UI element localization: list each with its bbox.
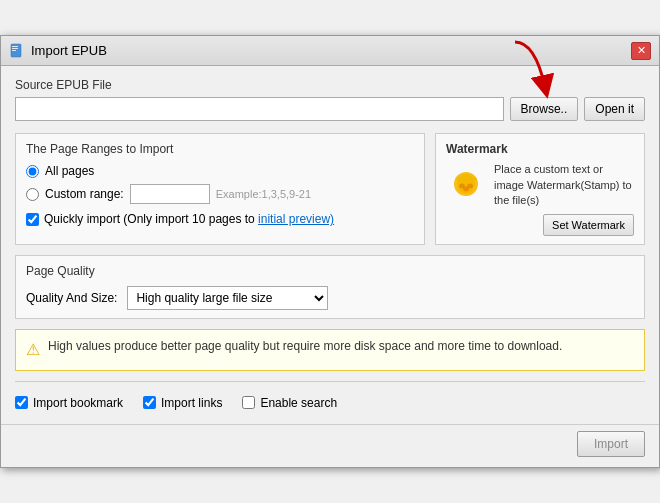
enable-search-row: Enable search bbox=[242, 396, 337, 410]
titlebar-left: Import EPUB bbox=[9, 43, 107, 59]
svg-rect-1 bbox=[12, 46, 18, 47]
page-ranges-box: The Page Ranges to Import All pages Cust… bbox=[15, 133, 425, 245]
dialog-footer: Import bbox=[1, 424, 659, 467]
import-bookmark-label[interactable]: Import bookmark bbox=[33, 396, 123, 410]
svg-point-13 bbox=[472, 177, 477, 181]
all-pages-row: All pages bbox=[26, 164, 414, 178]
quick-import-label: Quickly import (Only import 10 pages to … bbox=[44, 212, 334, 226]
svg-point-9 bbox=[463, 187, 469, 192]
quick-import-link[interactable]: initial preview) bbox=[258, 212, 334, 226]
quality-label: Quality And Size: bbox=[26, 291, 117, 305]
import-links-label[interactable]: Import links bbox=[161, 396, 222, 410]
page-ranges-title: The Page Ranges to Import bbox=[26, 142, 414, 156]
svg-rect-2 bbox=[12, 48, 18, 49]
watermark-inner: Place a custom text or image Watermark(S… bbox=[446, 162, 634, 208]
source-label: Source EPUB File bbox=[15, 78, 645, 92]
warning-icon: ⚠ bbox=[26, 339, 40, 361]
watermark-box: Watermark bbox=[435, 133, 645, 245]
svg-point-10 bbox=[457, 177, 462, 181]
import-button[interactable]: Import bbox=[577, 431, 645, 457]
import-links-row: Import links bbox=[143, 396, 222, 410]
quick-import-checkbox[interactable] bbox=[26, 213, 39, 226]
titlebar: Import EPUB ✕ bbox=[1, 36, 659, 66]
page-quality-box: Page Quality Quality And Size: High qual… bbox=[15, 255, 645, 319]
quality-select[interactable]: High quality large file size Medium qual… bbox=[127, 286, 328, 310]
enable-search-checkbox[interactable] bbox=[242, 396, 255, 409]
warning-box: ⚠ High values produce better page qualit… bbox=[15, 329, 645, 370]
import-bookmark-row: Import bookmark bbox=[15, 396, 123, 410]
custom-range-radio[interactable] bbox=[26, 188, 39, 201]
svg-point-12 bbox=[467, 175, 472, 179]
two-col-section: The Page Ranges to Import All pages Cust… bbox=[15, 133, 645, 245]
watermark-icon bbox=[446, 162, 486, 202]
custom-range-label[interactable]: Custom range: bbox=[45, 187, 124, 201]
svg-rect-3 bbox=[12, 50, 16, 51]
dialog-content: Source EPUB File Browse.. Open it The Pa… bbox=[1, 66, 659, 424]
quality-row: Quality And Size: High quality large fil… bbox=[26, 286, 634, 310]
svg-point-11 bbox=[462, 175, 467, 179]
import-bookmark-checkbox[interactable] bbox=[15, 396, 28, 409]
page-quality-title: Page Quality bbox=[26, 264, 634, 278]
import-links-checkbox[interactable] bbox=[143, 396, 156, 409]
custom-range-input[interactable] bbox=[130, 184, 210, 204]
bottom-row: Import bookmark Import links Enable sear… bbox=[15, 390, 645, 414]
watermark-desc: Place a custom text or image Watermark(S… bbox=[494, 162, 634, 208]
source-input[interactable] bbox=[15, 97, 504, 121]
warning-text: High values produce better page quality … bbox=[48, 338, 562, 355]
example-text: Example:1,3,5,9-21 bbox=[216, 188, 311, 200]
import-epub-dialog: Import EPUB ✕ Source EPUB File Browse.. … bbox=[0, 35, 660, 468]
custom-range-row: Custom range: Example:1,3,5,9-21 bbox=[26, 184, 414, 204]
close-button[interactable]: ✕ bbox=[631, 42, 651, 60]
app-icon bbox=[9, 43, 25, 59]
set-watermark-button[interactable]: Set Watermark bbox=[543, 214, 634, 236]
all-pages-radio[interactable] bbox=[26, 165, 39, 178]
browse-button[interactable]: Browse.. bbox=[510, 97, 579, 121]
divider bbox=[15, 381, 645, 382]
source-row: Browse.. Open it bbox=[15, 97, 645, 121]
quick-import-row: Quickly import (Only import 10 pages to … bbox=[26, 212, 414, 226]
enable-search-label[interactable]: Enable search bbox=[260, 396, 337, 410]
all-pages-label[interactable]: All pages bbox=[45, 164, 94, 178]
watermark-title: Watermark bbox=[446, 142, 634, 156]
dialog-title: Import EPUB bbox=[31, 43, 107, 58]
open-button[interactable]: Open it bbox=[584, 97, 645, 121]
